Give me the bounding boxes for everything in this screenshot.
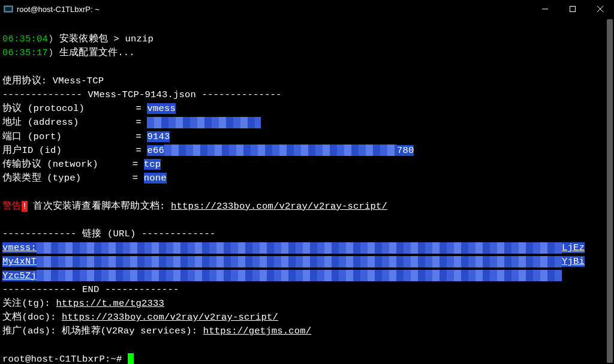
id-suffix: 780 <box>397 145 414 156</box>
vmess-url: My4xNT <box>2 256 37 267</box>
redacted-value <box>37 256 562 267</box>
id-prefix: e66 <box>147 145 164 156</box>
redacted-value <box>37 270 562 281</box>
config-key: 传输协议 (network) = <box>2 159 144 170</box>
doc-url-link[interactable]: https://233boy.com/v2ray/v2ray-script/ <box>62 312 278 323</box>
timestamp: 06:35:04 <box>2 34 48 44</box>
config-key: 伪装类型 (type) = <box>2 173 144 183</box>
config-key: 端口 (port) = <box>2 131 147 142</box>
warning-mark: ! <box>22 201 28 212</box>
timestamp: 06:35:17 <box>2 47 48 58</box>
ads-key: 推广(ads): 机场推荐(V2Ray services): <box>2 326 203 336</box>
divider: -------------- VMess-TCP-9143.json -----… <box>2 89 282 100</box>
follow-key: 关注(tg): <box>2 298 56 309</box>
config-value: none <box>144 173 167 183</box>
title-bar: root@host-C1TLbxrP: ~ <box>0 0 614 18</box>
ads-url-link[interactable]: https://getjms.com/ <box>203 326 312 336</box>
redacted-value <box>147 117 261 128</box>
app-icon <box>4 4 13 14</box>
terminal[interactable]: 06:35:04) 安装依赖包 > unzip 06:35:17) 生成配置文件… <box>0 18 614 364</box>
text: ) <box>48 47 54 58</box>
warning-label: 警告 <box>2 201 22 212</box>
prompt: root@host-C1TLbxrP:~# <box>2 354 128 364</box>
vmess-url: LjEz <box>562 242 585 253</box>
maximize-button[interactable] <box>559 0 586 18</box>
config-value: 9143 <box>147 131 170 142</box>
vmess-url: Yzc5Zj <box>2 270 37 281</box>
close-button[interactable] <box>586 0 614 18</box>
svg-rect-1 <box>5 7 11 11</box>
doc-url-link[interactable]: https://233boy.com/v2ray/v2ray-script/ <box>171 201 387 212</box>
vmess-url: YjBi <box>562 256 585 267</box>
redacted-value <box>37 242 562 254</box>
cursor <box>128 353 134 364</box>
tg-url-link[interactable]: https://t.me/tg2333 <box>56 298 164 309</box>
svg-rect-3 <box>570 7 576 12</box>
text: ) <box>48 34 54 44</box>
text: 安装依赖包 > unzip <box>54 34 154 44</box>
divider: ------------- 链接 (URL) ------------- <box>2 228 215 239</box>
vmess-url: vmess: <box>2 242 37 253</box>
redacted-value <box>164 145 397 156</box>
warning-text: 首次安装请查看脚本帮助文档: <box>28 201 171 212</box>
protocol-label: 使用协议: VMess-TCP <box>2 76 104 86</box>
minimize-button[interactable] <box>531 0 559 18</box>
config-key: 用户ID (id) = <box>2 145 147 156</box>
window-title: root@host-C1TLbxrP: ~ <box>17 5 531 14</box>
scrollbar[interactable] <box>606 18 614 364</box>
terminal-output: 06:35:04) 安装依赖包 > unzip 06:35:17) 生成配置文件… <box>2 19 612 364</box>
config-value: vmess <box>147 103 176 114</box>
config-value: tcp <box>144 159 161 170</box>
blank-line <box>2 186 8 197</box>
config-key: 协议 (protocol) = <box>2 103 147 114</box>
doc-key: 文档(doc): <box>2 312 62 323</box>
blank-line <box>2 62 8 73</box>
text: 生成配置文件... <box>54 47 135 58</box>
divider: ------------- END ------------- <box>2 284 179 295</box>
scrollbar-thumb[interactable] <box>607 19 613 363</box>
blank-line <box>2 340 8 351</box>
config-key: 地址 (address) = <box>2 117 147 128</box>
blank-line <box>2 215 8 225</box>
window-controls <box>531 0 614 18</box>
